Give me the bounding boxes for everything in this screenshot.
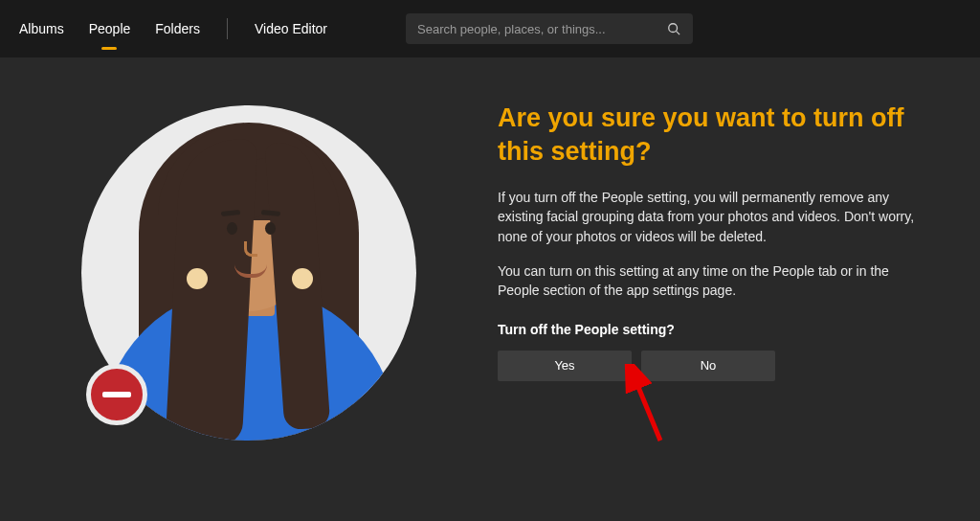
tab-albums[interactable]: Albums xyxy=(19,17,64,40)
nav-divider xyxy=(227,18,228,39)
button-row: Yes No xyxy=(498,351,932,381)
remove-badge-icon xyxy=(86,364,147,425)
dialog-paragraph-1: If you turn off the People setting, you … xyxy=(498,188,932,246)
svg-line-1 xyxy=(677,32,680,35)
tab-people[interactable]: People xyxy=(89,17,131,40)
content-area: Are you sure you want to turn off this s… xyxy=(0,57,980,521)
search-input[interactable] xyxy=(417,22,666,36)
illustration-area xyxy=(0,96,498,521)
nav-tabs: Albums People Folders Video Editor xyxy=(19,17,327,40)
dialog-question: Turn off the People setting? xyxy=(498,322,932,337)
search-box[interactable] xyxy=(406,13,693,44)
tab-folders[interactable]: Folders xyxy=(155,17,200,40)
dialog-paragraph-2: You can turn on this setting at any time… xyxy=(498,261,932,301)
search-icon[interactable] xyxy=(666,21,681,36)
no-button[interactable]: No xyxy=(641,351,775,381)
yes-button[interactable]: Yes xyxy=(498,351,632,381)
tab-video-editor[interactable]: Video Editor xyxy=(255,17,327,40)
top-bar: Albums People Folders Video Editor xyxy=(0,0,980,57)
dialog-heading: Are you sure you want to turn off this s… xyxy=(498,102,932,169)
dialog-text-area: Are you sure you want to turn off this s… xyxy=(498,96,980,521)
svg-point-0 xyxy=(669,24,678,33)
